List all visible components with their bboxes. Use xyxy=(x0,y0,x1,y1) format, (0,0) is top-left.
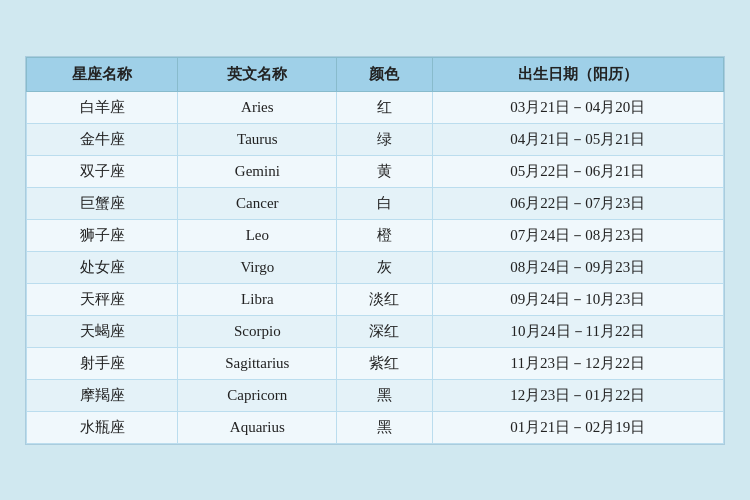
cell-english-name: Scorpio xyxy=(178,315,337,347)
cell-english-name: Gemini xyxy=(178,155,337,187)
cell-dates: 12月23日－01月22日 xyxy=(432,379,723,411)
table-row: 摩羯座Capricorn黑12月23日－01月22日 xyxy=(27,379,724,411)
cell-chinese-name: 双子座 xyxy=(27,155,178,187)
cell-chinese-name: 天蝎座 xyxy=(27,315,178,347)
header-color: 颜色 xyxy=(337,57,432,91)
table-row: 金牛座Taurus绿04月21日－05月21日 xyxy=(27,123,724,155)
table-body: 白羊座Aries红03月21日－04月20日金牛座Taurus绿04月21日－0… xyxy=(27,91,724,443)
cell-english-name: Libra xyxy=(178,283,337,315)
cell-dates: 06月22日－07月23日 xyxy=(432,187,723,219)
cell-color: 黄 xyxy=(337,155,432,187)
cell-dates: 03月21日－04月20日 xyxy=(432,91,723,123)
table-row: 白羊座Aries红03月21日－04月20日 xyxy=(27,91,724,123)
cell-dates: 10月24日－11月22日 xyxy=(432,315,723,347)
cell-color: 紫红 xyxy=(337,347,432,379)
cell-color: 深红 xyxy=(337,315,432,347)
cell-color: 黑 xyxy=(337,411,432,443)
zodiac-table: 星座名称 英文名称 颜色 出生日期（阳历） 白羊座Aries红03月21日－04… xyxy=(26,57,724,444)
cell-color: 白 xyxy=(337,187,432,219)
table-header-row: 星座名称 英文名称 颜色 出生日期（阳历） xyxy=(27,57,724,91)
table-row: 巨蟹座Cancer白06月22日－07月23日 xyxy=(27,187,724,219)
cell-chinese-name: 巨蟹座 xyxy=(27,187,178,219)
cell-english-name: Aries xyxy=(178,91,337,123)
cell-chinese-name: 天秤座 xyxy=(27,283,178,315)
cell-chinese-name: 射手座 xyxy=(27,347,178,379)
cell-dates: 11月23日－12月22日 xyxy=(432,347,723,379)
table-row: 处女座Virgo灰08月24日－09月23日 xyxy=(27,251,724,283)
cell-chinese-name: 白羊座 xyxy=(27,91,178,123)
cell-dates: 07月24日－08月23日 xyxy=(432,219,723,251)
cell-english-name: Sagittarius xyxy=(178,347,337,379)
cell-chinese-name: 摩羯座 xyxy=(27,379,178,411)
cell-english-name: Capricorn xyxy=(178,379,337,411)
table-row: 双子座Gemini黄05月22日－06月21日 xyxy=(27,155,724,187)
cell-color: 淡红 xyxy=(337,283,432,315)
cell-english-name: Cancer xyxy=(178,187,337,219)
cell-dates: 09月24日－10月23日 xyxy=(432,283,723,315)
header-dates: 出生日期（阳历） xyxy=(432,57,723,91)
cell-chinese-name: 金牛座 xyxy=(27,123,178,155)
cell-english-name: Aquarius xyxy=(178,411,337,443)
cell-english-name: Virgo xyxy=(178,251,337,283)
zodiac-table-container: 星座名称 英文名称 颜色 出生日期（阳历） 白羊座Aries红03月21日－04… xyxy=(25,56,725,445)
table-row: 水瓶座Aquarius黑01月21日－02月19日 xyxy=(27,411,724,443)
cell-dates: 08月24日－09月23日 xyxy=(432,251,723,283)
cell-dates: 04月21日－05月21日 xyxy=(432,123,723,155)
table-row: 狮子座Leo橙07月24日－08月23日 xyxy=(27,219,724,251)
header-chinese-name: 星座名称 xyxy=(27,57,178,91)
cell-dates: 05月22日－06月21日 xyxy=(432,155,723,187)
cell-chinese-name: 狮子座 xyxy=(27,219,178,251)
cell-chinese-name: 水瓶座 xyxy=(27,411,178,443)
header-english-name: 英文名称 xyxy=(178,57,337,91)
table-row: 射手座Sagittarius紫红11月23日－12月22日 xyxy=(27,347,724,379)
cell-dates: 01月21日－02月19日 xyxy=(432,411,723,443)
cell-chinese-name: 处女座 xyxy=(27,251,178,283)
cell-color: 红 xyxy=(337,91,432,123)
cell-color: 黑 xyxy=(337,379,432,411)
table-row: 天秤座Libra淡红09月24日－10月23日 xyxy=(27,283,724,315)
cell-color: 橙 xyxy=(337,219,432,251)
cell-color: 绿 xyxy=(337,123,432,155)
cell-english-name: Leo xyxy=(178,219,337,251)
cell-english-name: Taurus xyxy=(178,123,337,155)
cell-color: 灰 xyxy=(337,251,432,283)
table-row: 天蝎座Scorpio深红10月24日－11月22日 xyxy=(27,315,724,347)
